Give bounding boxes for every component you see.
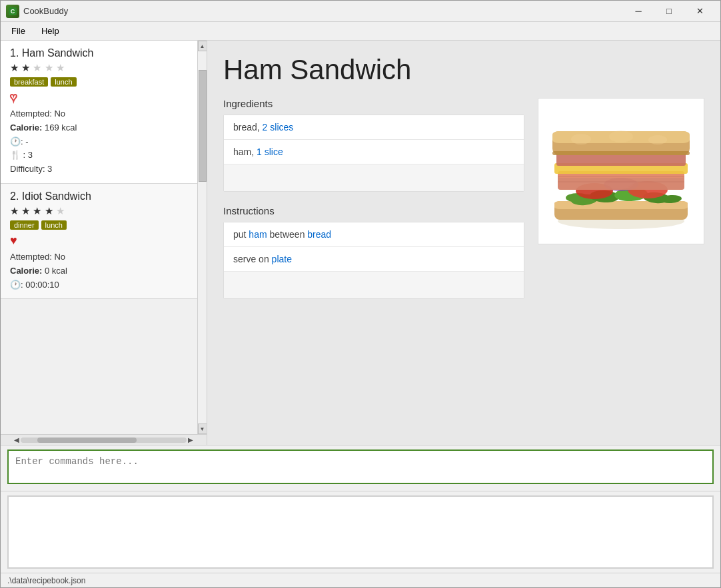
vscroll-up-button[interactable]: ▲ — [198, 41, 207, 51]
instructions-label: Instructions — [223, 205, 524, 216]
recipe-servings-1: 🍴 : 3 — [10, 148, 188, 162]
star-1-2: ★ — [21, 62, 30, 73]
hscroll-track — [21, 438, 187, 443]
recipe-time-1: 🕐: - — [10, 135, 188, 149]
vscroll-thumb[interactable] — [199, 70, 207, 182]
app-title: CookBuddy — [23, 6, 623, 16]
star-2-1: ★ — [10, 205, 19, 216]
recipe-tags-2: dinner lunch — [10, 220, 188, 230]
svg-point-23 — [571, 134, 591, 145]
window-controls: ─ □ ✕ — [623, 1, 715, 22]
sidebar-scroll[interactable]: 1. Ham Sandwich ★ ★ ★ ★ ★ breakfast lunc… — [1, 41, 197, 434]
vscroll-track — [198, 51, 207, 424]
tag-dinner: dinner — [10, 220, 39, 230]
svg-text:C: C — [11, 8, 15, 15]
main-area: 1. Ham Sandwich ★ ★ ★ ★ ★ breakfast lunc… — [1, 41, 720, 445]
recipe-attempted-1: Attempted: No — [10, 107, 188, 121]
star-2-4: ★ — [45, 205, 53, 216]
maximize-button[interactable]: □ — [654, 1, 684, 22]
recipe-time-2: 🕐: 00:00:10 — [10, 278, 188, 292]
instruction-row-2: serve on plate — [224, 247, 524, 272]
ingredient-row-2: ham, 1 slice — [224, 140, 524, 164]
sidebar-wrapper: 1. Ham Sandwich ★ ★ ★ ★ ★ breakfast lunc… — [1, 41, 207, 434]
tag-lunch-2: lunch — [41, 220, 67, 230]
star-1-4: ★ — [45, 62, 53, 73]
command-input[interactable] — [7, 449, 714, 484]
recipe-tags-1: breakfast lunch — [10, 77, 188, 87]
menu-help[interactable]: Help — [33, 25, 67, 37]
recipe-image — [538, 98, 704, 244]
instruction-highlight-3: plate — [272, 254, 292, 264]
content-body: Ingredients bread, 2 slices ham, 1 slice… — [223, 98, 704, 312]
hscroll-right-button[interactable]: ▶ — [187, 436, 195, 443]
output-box — [7, 495, 714, 569]
output-area — [1, 491, 720, 573]
menu-file[interactable]: File — [3, 25, 33, 37]
recipe-attempted-2: Attempted: No — [10, 250, 188, 264]
recipe-difficulty-1: Difficulty: 3 — [10, 162, 188, 176]
recipe-name-2: Idiot Sandwich — [22, 190, 91, 202]
instruction-row-1: put ham between bread — [224, 222, 524, 247]
instructions-spacer — [224, 272, 524, 298]
hscroll-thumb[interactable] — [37, 438, 137, 443]
recipe-item-1[interactable]: 1. Ham Sandwich ★ ★ ★ ★ ★ breakfast lunc… — [1, 41, 197, 184]
recipe-title-2: 2. Idiot Sandwich — [10, 190, 188, 202]
menu-bar: File Help — [1, 22, 720, 41]
status-path: .\data\recipebook.json — [7, 576, 85, 585]
recipe-stars-2: ★ ★ ★ ★ ★ — [10, 205, 188, 217]
recipe-meta-1: Attempted: No Calorie: 169 kcal 🕐: - 🍴 :… — [10, 107, 188, 176]
bottom-area — [1, 445, 720, 573]
star-2-2: ★ — [21, 205, 30, 216]
star-1-1: ★ — [10, 62, 19, 73]
ingredient-row-1: bread, 2 slices — [224, 115, 524, 140]
recipe-number-2: 2. — [10, 190, 22, 202]
recipe-calorie-2: Calorie: 0 kcal — [10, 264, 188, 278]
sidebar-hscrollbar: ◀ ▶ — [1, 434, 207, 445]
ingredient-highlight-2: 1 slice — [257, 147, 283, 157]
tag-lunch: lunch — [51, 77, 76, 87]
command-input-area — [1, 445, 720, 491]
vscroll-down-button[interactable]: ▼ — [198, 424, 207, 434]
instructions-list: put ham between bread serve on plate — [223, 222, 524, 299]
ingredients-label: Ingredients — [223, 98, 524, 109]
ingredient-highlight-1: 2 slices — [263, 122, 294, 133]
recipe-title-1: 1. Ham Sandwich — [10, 47, 188, 59]
app-icon: C — [6, 5, 19, 18]
recipe-item-2[interactable]: 2. Idiot Sandwich ★ ★ ★ ★ ★ dinner lunch — [1, 184, 197, 299]
star-2-5: ★ — [56, 205, 65, 216]
content-area: Ham Sandwich Ingredients bread, 2 slices… — [207, 41, 720, 445]
svg-point-25 — [648, 135, 667, 145]
recipe-detail-title: Ham Sandwich — [223, 54, 704, 86]
sandwich-svg — [544, 105, 698, 238]
star-1-5: ★ — [56, 62, 65, 73]
recipe-name-1: Ham Sandwich — [22, 47, 94, 59]
status-bar: .\data\recipebook.json — [1, 573, 720, 587]
hscroll-left-button[interactable]: ◀ — [13, 436, 21, 443]
favorite-icon-2[interactable]: ♥ — [10, 234, 188, 248]
close-button[interactable]: ✕ — [684, 1, 715, 22]
svg-rect-26 — [552, 151, 690, 155]
content-left: Ingredients bread, 2 slices ham, 1 slice… — [223, 98, 524, 312]
recipe-meta-2: Attempted: No Calorie: 0 kcal 🕐: 00:00:1… — [10, 250, 188, 292]
sidebar: 1. Ham Sandwich ★ ★ ★ ★ ★ breakfast lunc… — [1, 41, 207, 445]
sidebar-vscrollbar: ▲ ▼ — [197, 41, 207, 434]
minimize-button[interactable]: ─ — [623, 1, 654, 22]
star-2-3: ★ — [33, 205, 41, 216]
ingredients-list: bread, 2 slices ham, 1 slice — [223, 115, 524, 192]
instruction-highlight-1: ham — [249, 229, 267, 240]
star-1-3: ★ — [33, 62, 41, 73]
ingredients-spacer — [224, 164, 524, 191]
instruction-highlight-2: bread — [307, 229, 331, 240]
svg-point-24 — [609, 131, 633, 143]
recipe-stars-1: ★ ★ ★ ★ ★ — [10, 62, 188, 74]
recipe-calorie-1: Calorie: 169 kcal — [10, 121, 188, 135]
tag-breakfast: breakfast — [10, 77, 48, 87]
title-bar: C CookBuddy ─ □ ✕ — [1, 1, 720, 22]
favorite-icon-1[interactable]: ♥ — [10, 91, 188, 105]
recipe-number-1: 1. — [10, 47, 22, 59]
